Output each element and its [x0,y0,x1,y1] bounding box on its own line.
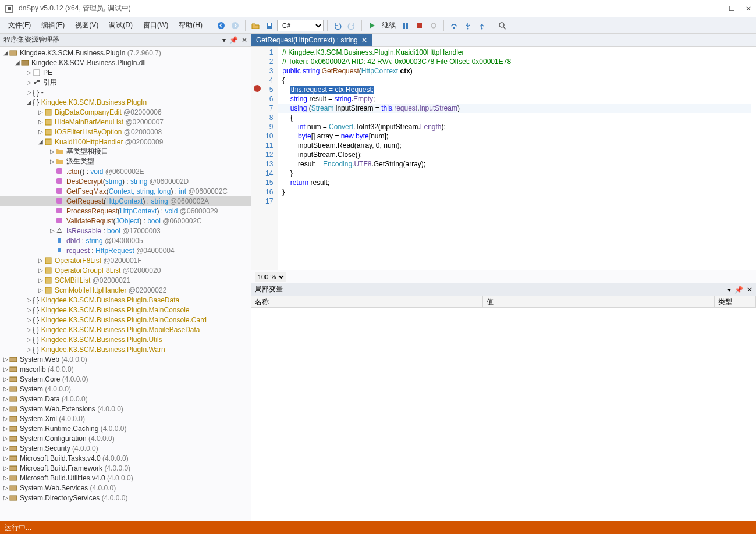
tree-assembly[interactable]: ▷Microsoft.Build.Utilities.v4.0 (4.0.0.0… [0,473,251,483]
tree-dll[interactable]: ◢Kingdee.K3.SCM.Business.PlugIn.dll [0,58,251,67]
tree-assembly[interactable]: ▷System.DirectoryServices (4.0.0.0) [0,493,251,503]
tree-namespace[interactable]: ▷{ } Kingdee.K3.SCM.Business.PlugIn.Util… [0,334,251,344]
nav-forward-icon[interactable] [230,20,240,31]
tree-references[interactable]: ▷引用 [0,77,251,87]
tree-member-desdecrypt[interactable]: DesDecrypt(string) : string @0600002D [0,176,251,186]
menu-help[interactable]: 帮助(H) [174,18,207,33]
tree-namespace[interactable]: ◢{ } Kingdee.K3.SCM.Business.PlugIn [0,97,251,107]
tree-member-request[interactable]: request : HttpRequest @04000004 [0,245,251,255]
svg-line-14 [503,27,506,29]
pin-icon[interactable]: 📌 [734,286,743,294]
maximize-button[interactable]: ☐ [729,5,735,13]
panel-close-icon[interactable]: ✕ [242,36,247,44]
tree-assembly[interactable]: ▷Microsoft.Build.Tasks.v4.0 (4.0.0.0) [0,453,251,463]
code-area[interactable]: // Kingdee.K3.SCM.Business.PlugIn.Kuaidi… [278,47,756,270]
tree-member-dbid[interactable]: dbId : string @04000005 [0,236,251,245]
svg-rect-41 [10,387,17,391]
language-combo[interactable]: C# [277,20,324,31]
tree-type-opgroupf8[interactable]: ▷OperatorGroupF8List @02000020 [0,265,251,275]
tree-folder-derived[interactable]: ▷派生类型 [0,156,251,166]
save-icon[interactable] [264,20,275,31]
menu-window[interactable]: 窗口(W) [139,18,173,33]
locals-col-value[interactable]: 值 [483,296,715,307]
tree-member-isreusable[interactable]: ▷IsReusable : bool @17000003 [0,226,251,236]
nav-back-icon[interactable] [216,20,226,31]
tree-assembly[interactable]: ▷System.Web.Extensions (4.0.0.0) [0,404,251,414]
tree-member-getrequest[interactable]: GetRequest(HttpContext) : string @060000… [0,196,251,206]
continue-button[interactable]: 继续 [382,20,396,30]
svg-rect-33 [58,248,61,252]
tree-type-scmbill[interactable]: ▷SCMBillList @02000021 [0,275,251,285]
tree-namespace[interactable]: ▷{ } Kingdee.K3.SCM.Business.PlugIn.Mobi… [0,325,251,334]
editor-tab[interactable]: GetRequest(HttpContext) : string ✕ [251,34,372,46]
menu-view[interactable]: 视图(V) [70,18,103,33]
step-over-icon[interactable] [449,20,459,31]
search-icon[interactable] [497,20,507,31]
tab-label: GetRequest(HttpContext) : string [256,36,358,44]
tab-close-icon[interactable]: ✕ [361,36,367,44]
tree-assembly[interactable]: ▷System.Core (4.0.0.0) [0,374,251,384]
dropdown-icon[interactable]: ▾ [222,36,226,44]
tree-member-processreq[interactable]: ProcessRequest(HttpContext) : void @0600… [0,206,251,216]
tree-assembly[interactable]: ▷System (4.0.0.0) [0,384,251,394]
svg-rect-51 [10,486,17,490]
tree-assembly[interactable]: ▷System.Web.Services (4.0.0.0) [0,483,251,493]
tree-dash[interactable]: ▷{ } - [0,87,251,97]
pause-icon[interactable] [400,20,411,31]
tree-type-scmmobile[interactable]: ▷ScmMobileHttpHandler @02000022 [0,285,251,295]
tree-assembly[interactable]: ▷Microsoft.Build.Framework (4.0.0.0) [0,463,251,473]
locals-col-name[interactable]: 名称 [251,296,483,307]
tree-type-hidemain[interactable]: ▷HideMainBarMenuList @02000007 [0,117,251,127]
tree-assembly[interactable]: ◢Kingdee.K3.SCM.Business.PlugIn (7.2.960… [0,48,251,58]
close-button[interactable]: ✕ [746,5,751,13]
status-text: 运行中... [5,523,31,533]
step-out-icon[interactable] [477,20,487,31]
assembly-tree[interactable]: ◢Kingdee.K3.SCM.Business.PlugIn (7.2.960… [0,47,251,521]
svg-rect-21 [45,109,51,115]
tree-type-iosfilter[interactable]: ▷IOSFilterListByOption @02000008 [0,127,251,137]
tree-assembly[interactable]: ▷System.Web (4.0.0.0) [0,354,251,364]
tree-type-bigdata[interactable]: ▷BigDataCompanyEdit @02000006 [0,107,251,117]
tree-assembly[interactable]: ▷System.Data (4.0.0.0) [0,394,251,404]
zoom-combo[interactable]: 100 % [255,272,286,282]
tree-assembly[interactable]: ▷System.Runtime.Caching (4.0.0.0) [0,423,251,433]
dropdown-icon[interactable]: ▾ [727,286,731,294]
minimize-button[interactable]: ─ [713,5,718,13]
redo-icon[interactable] [346,20,357,31]
code-editor[interactable]: 1234567891011121314151617 // Kingdee.K3.… [251,47,756,270]
breakpoint-icon[interactable] [254,85,261,92]
svg-rect-52 [10,496,17,500]
tree-namespace[interactable]: ▷{ } Kingdee.K3.SCM.Business.PlugIn.Main… [0,305,251,315]
stop-icon[interactable] [414,20,425,31]
tree-assembly[interactable]: ▷System.Security (4.0.0.0) [0,443,251,453]
svg-rect-31 [58,232,61,233]
step-into-icon[interactable] [463,20,473,31]
svg-rect-22 [45,119,51,125]
tree-folder-base[interactable]: ▷基类型和接口 [0,147,251,156]
menubar: 文件(F) 编辑(E) 视图(V) 调试(D) 窗口(W) 帮助(H) C# 继… [0,17,756,34]
tree-assembly[interactable]: ▷System.Xml (4.0.0.0) [0,414,251,423]
tree-namespace[interactable]: ▷{ } Kingdee.K3.SCM.Business.PlugIn.Main… [0,315,251,325]
open-icon[interactable] [250,20,261,31]
start-icon[interactable] [367,20,377,31]
pin-icon[interactable]: 📌 [229,36,238,44]
tree-member-ctor[interactable]: .ctor() : void @0600002E [0,166,251,176]
tree-namespace[interactable]: ▷{ } Kingdee.K3.SCM.Business.PlugIn.Base… [0,295,251,305]
restart-icon[interactable] [428,20,439,31]
tree-member-getfseq[interactable]: GetFseqMax(Context, string, long) : int … [0,186,251,196]
locals-col-type[interactable]: 类型 [715,296,756,307]
tree-type-kuaidi[interactable]: ◢Kuaidi100HttpHandler @02000009 [0,137,251,147]
panel-close-icon[interactable]: ✕ [747,286,753,294]
tree-namespace[interactable]: ▷{ } Kingdee.K3.SCM.Business.PlugIn.Warn [0,344,251,354]
tree-member-validate[interactable]: ValidateRequst(JObject) : bool @0600002C [0,216,251,226]
menu-edit[interactable]: 编辑(E) [37,18,69,33]
menu-debug[interactable]: 调试(D) [104,18,137,33]
tree-assembly[interactable]: ▷System.Configuration (4.0.0.0) [0,433,251,443]
menu-file[interactable]: 文件(F) [3,18,36,33]
tree-pe[interactable]: ▷PE [0,67,251,77]
undo-icon[interactable] [332,20,343,31]
tree-type-opf8[interactable]: ▷OperatorF8List @0200001F [0,255,251,265]
svg-rect-40 [10,377,17,382]
zoom-bar: 100 % [251,270,756,283]
tree-assembly[interactable]: ▷mscorlib (4.0.0.0) [0,364,251,374]
